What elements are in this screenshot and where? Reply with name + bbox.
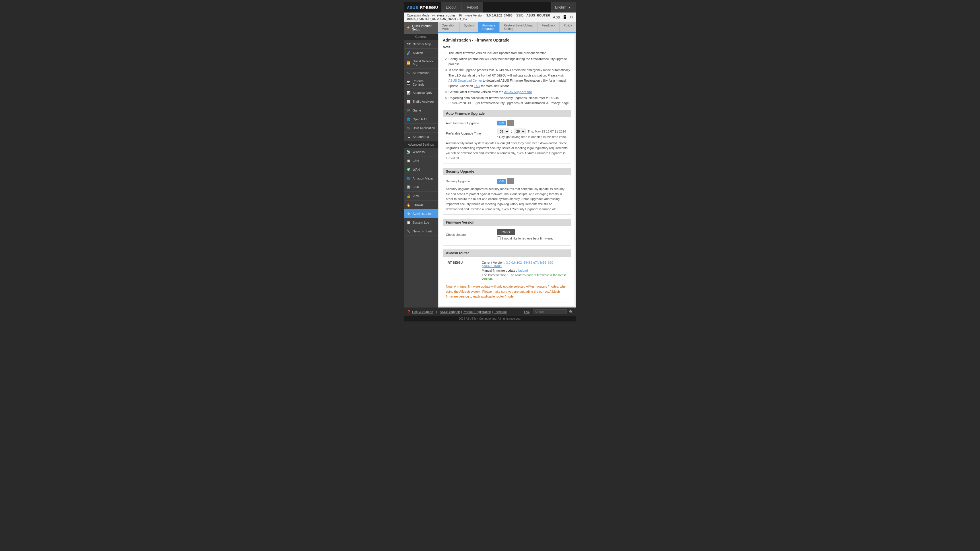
sidebar-item-network-map[interactable]: 🗺 Network Map [404,40,438,49]
time-minute-select[interactable]: 28 [514,129,526,134]
sidebar-item-label: Amazon Alexa [413,177,433,180]
feedback-link[interactable]: Feedback [494,310,508,313]
sidebar-item-system-log[interactable]: 📋 System Log [404,218,438,227]
current-version-label: Current Version : [482,261,505,264]
upload-link[interactable]: Upload [518,269,528,272]
sidebar-item-traffic-analyzer[interactable]: 📈 Traffic Analyzer [404,97,438,106]
asus-support-link[interactable]: ASUS Support [440,310,460,313]
check-update-wrap: Check I would like to retrieve beta firm… [497,229,553,240]
security-toggle-off[interactable] [507,178,514,184]
share-icon[interactable]: ⚙ [570,15,573,19]
sidebar-item-aiprotection[interactable]: 🛡 AiProtection [404,68,438,77]
info-bar-left: Operation Mode: wireless_router Firmware… [407,14,553,21]
security-toggle-on: ON [497,179,506,184]
sidebar-item-label: Open NAT [413,118,427,121]
logout-button[interactable]: Logout [441,2,462,13]
parental-icon: 👨‍👩‍👧 [406,81,411,85]
page-content: Administration - Firmware Upgrade Note: … [439,35,574,306]
tab-policy[interactable]: Policy [560,22,576,32]
time-hour-select[interactable]: 05 [497,129,509,134]
sidebar-item-usb-application[interactable]: 🔌 USB Application [404,124,438,133]
sidebar-item-label: Game [413,109,421,112]
header-nav: Logout Reboot English ▼ [441,2,576,13]
qos-icon: 📊 [406,91,411,95]
guest-network-icon: 📶 [406,60,411,65]
sidebar: ⚡ Quick Internet Setup General 🗺 Network… [404,22,438,308]
security-toggle[interactable]: ON [497,178,514,184]
auto-firmware-row: Auto Firmware Upgrade ON [446,120,568,126]
sidebar-item-game[interactable]: 🎮 Game [404,106,438,115]
lan-icon: 🔲 [406,159,411,163]
beta-checkbox[interactable] [497,237,501,240]
search-icon[interactable]: 🔍 [569,310,573,314]
aimesh-table: RT-BE96U Current Version : 3.0.0.6.102_3… [446,260,568,281]
logo-area: ASUS RT-BE96U [404,2,441,13]
quick-internet-setup[interactable]: ⚡ Quick Internet Setup [404,22,438,33]
security-upgrade-header: Security Upgrade [443,168,571,175]
faq-link-note[interactable]: FAQ [474,84,480,87]
general-section-label: General [404,33,438,40]
wireless-icon: 📡 [406,149,411,154]
sidebar-item-aicloud[interactable]: ☁ AiCloud 2.0 [404,133,438,141]
tab-feedback[interactable]: Feedback [538,22,560,32]
sidebar-item-wan[interactable]: 🌍 WAN [404,165,438,174]
preferable-time-row: Preferable Upgrade Time 05 : 28 [446,129,568,138]
footer-divider: | [436,310,437,313]
auto-firmware-toggle[interactable]: ON [497,120,514,126]
auto-firmware-label: Auto Firmware Upgrade [446,121,497,125]
main-layout: ⚡ Quick Internet Setup General 🗺 Network… [404,22,576,308]
sidebar-item-network-tools[interactable]: 🔧 Network Tools [404,227,438,236]
security-upgrade-body: Security Upgrade ON Security upgrade inc… [443,175,571,214]
note-item-1: The latest firmware version includes upd… [449,50,571,56]
sidebar-item-parental-controls[interactable]: 👨‍👩‍👧 Parental Controls [404,77,438,89]
note-list: The latest firmware version includes upd… [443,50,571,106]
app-icon[interactable]: App [553,15,560,19]
footer-copyright: 2024 ASUSTeK Computer Inc. All rights re… [404,316,576,321]
sidebar-item-vpn[interactable]: 🔒 VPN [404,192,438,200]
vpn-icon: 🔒 [406,194,411,198]
reboot-button[interactable]: Reboot [462,2,484,13]
note-item-2: Configuration parameters will keep their… [449,56,571,67]
security-upgrade-label: Security Upgrade [446,179,497,183]
product-registration-link[interactable]: Product Registration [463,310,491,313]
note4-part1: Get the latest firmware version from the [449,90,504,94]
sidebar-item-ipv6[interactable]: 6️⃣ IPv6 [404,183,438,192]
sidebar-item-label: Wireless [413,150,425,154]
sidebar-item-amazon-alexa[interactable]: 🔵 Amazon Alexa [404,174,438,183]
footer-left: ❓ Help & Support | ASUS Support | Produc… [407,310,508,314]
help-support-link[interactable]: Help & Support [412,310,433,313]
mobile-icon[interactable]: 📱 [562,15,567,19]
tab-system[interactable]: System [460,22,478,32]
language-selector[interactable]: English ▼ [552,2,576,13]
chevron-down-icon: ▼ [568,6,571,9]
sidebar-item-firewall[interactable]: 🔥 Firewall [404,200,438,210]
tab-restore-save[interactable]: Restore/Save/Upload Setting [500,22,538,32]
toggle-off-btn[interactable] [507,120,514,126]
time-selector-wrap: 05 : 28 Thu, May 23 13:07:11 2024 * Dayl… [497,129,567,138]
sidebar-item-administration[interactable]: ⚙ Administration [404,210,438,218]
sidebar-item-wireless[interactable]: 📡 Wireless [404,148,438,156]
open-nat-icon: 🌐 [406,117,411,121]
check-button[interactable]: Check [497,229,515,235]
daylight-note: * Daylight saving time is enabled in thi… [497,135,567,138]
manual-update-row: Manual firmware update : Upload [482,269,566,272]
network-tools-icon: 🔧 [406,229,411,233]
footer-search-input[interactable] [533,309,567,314]
sidebar-item-open-nat[interactable]: 🌐 Open NAT [404,115,438,124]
operation-mode-value: wireless_router [432,14,455,17]
sidebar-item-adaptive-qos[interactable]: 📊 Adaptive QoS [404,89,438,97]
asus-support-site-link[interactable]: ASUS Support site [504,90,532,94]
tab-operation-mode[interactable]: Operation Mode [438,22,460,32]
asus-download-center-link[interactable]: ASUS Download Center [449,79,482,82]
faq-footer-link[interactable]: FAQ [524,310,530,313]
sidebar-item-label: System Log [413,221,429,224]
footer-links: ASUS Support | Product Registration | Fe… [440,310,508,313]
note-item-5: Regarding data collection for firmware/s… [449,95,571,106]
ssid-label: SSID: [516,14,525,17]
ipv6-icon: 6️⃣ [406,185,411,189]
sidebar-item-guest-network-pro[interactable]: 📶 Guest Network Pro [404,57,438,68]
tab-firmware-upgrade[interactable]: Firmware Upgrade [478,22,500,32]
sidebar-item-lan[interactable]: 🔲 LAN [404,156,438,165]
operation-mode-label: Operation Mode: [407,14,430,17]
sidebar-item-aimesh[interactable]: 🔗 AiMesh [404,49,438,57]
